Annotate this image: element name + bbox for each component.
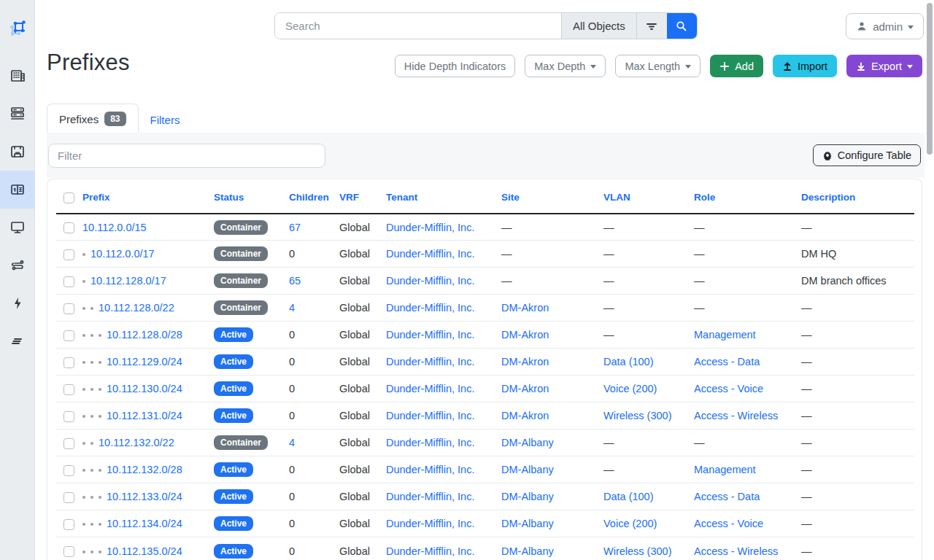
prefix-link[interactable]: 10.112.128.0/17 <box>90 275 166 287</box>
role-link[interactable]: Access - Voice <box>694 518 763 529</box>
children-count[interactable]: 65 <box>289 275 301 287</box>
row-checkbox[interactable] <box>63 546 74 557</box>
prefix-link[interactable]: 10.112.133.0/24 <box>107 491 182 502</box>
prefix-link[interactable]: 10.112.128.0/28 <box>107 329 182 341</box>
role-link[interactable]: Access - Wireless <box>694 410 778 421</box>
column-header-status[interactable]: Status <box>214 192 244 203</box>
tenant-link[interactable]: Dunder-Mifflin, Inc. <box>386 356 474 368</box>
prefix-link[interactable]: 10.112.132.0/28 <box>107 464 182 475</box>
sidebar-item-connections[interactable] <box>0 133 34 171</box>
sidebar-item-virtualization[interactable] <box>0 209 34 246</box>
prefix-link[interactable]: 10.112.135.0/24 <box>107 545 182 557</box>
tenant-link[interactable]: Dunder-Mifflin, Inc. <box>386 248 474 260</box>
tenant-link[interactable]: Dunder-Mifflin, Inc. <box>386 275 474 287</box>
column-header-vlan[interactable]: VLAN <box>603 192 630 203</box>
site-link[interactable]: DM-Albany <box>501 464 554 475</box>
select-all-checkbox[interactable] <box>63 192 74 203</box>
max-length-dropdown[interactable]: Max Length <box>615 55 700 77</box>
vertical-scrollbar-thumb[interactable] <box>927 3 933 155</box>
tenant-link[interactable]: Dunder-Mifflin, Inc. <box>386 437 474 448</box>
row-checkbox[interactable] <box>63 303 74 314</box>
vlan-link[interactable]: Data (100) <box>603 491 654 502</box>
tenant-link[interactable]: Dunder-Mifflin, Inc. <box>386 518 474 529</box>
netbox-logo[interactable] <box>0 0 34 57</box>
role-link[interactable]: Access - Voice <box>694 383 763 394</box>
vlan-link[interactable]: Voice (200) <box>603 383 657 394</box>
vlan-link[interactable]: Data (100) <box>603 356 654 368</box>
prefix-link[interactable]: 10.112.132.0/22 <box>99 437 174 448</box>
site-link[interactable]: DM-Albany <box>501 518 554 529</box>
tab-prefixes[interactable]: Prefixes 83 <box>47 104 139 135</box>
role-link[interactable]: Access - Wireless <box>694 545 778 557</box>
children-count[interactable]: 4 <box>289 437 295 448</box>
site-link[interactable]: DM-Akron <box>501 329 549 341</box>
sidebar-item-ipam[interactable] <box>0 171 34 209</box>
search-input[interactable] <box>275 13 561 39</box>
site-link[interactable]: DM-Akron <box>501 356 549 368</box>
tenant-link[interactable]: Dunder-Mifflin, Inc. <box>386 464 474 475</box>
site-link[interactable]: DM-Albany <box>501 545 554 557</box>
prefix-link[interactable]: 10.112.0.0/15 <box>82 222 147 233</box>
column-header-role[interactable]: Role <box>694 192 715 203</box>
column-header-description[interactable]: Description <box>801 192 855 203</box>
quick-filter-input[interactable] <box>48 144 325 168</box>
prefix-link[interactable]: 10.112.129.0/24 <box>107 356 182 368</box>
column-header-children[interactable]: Children <box>289 192 329 203</box>
children-count[interactable]: 4 <box>289 302 295 314</box>
sidebar-item-organization[interactable] <box>0 57 34 95</box>
row-checkbox[interactable] <box>63 411 74 422</box>
vlan-link[interactable]: Voice (200) <box>603 518 657 529</box>
hide-depth-indicators-button[interactable]: Hide Depth Indicators <box>395 55 515 77</box>
column-header-tenant[interactable]: Tenant <box>386 192 417 203</box>
role-link[interactable]: Management <box>694 464 756 475</box>
tab-filters[interactable]: Filters <box>139 106 192 135</box>
column-header-site[interactable]: Site <box>501 192 520 203</box>
vlan-link[interactable]: Wireless (300) <box>603 410 671 421</box>
tenant-link[interactable]: Dunder-Mifflin, Inc. <box>386 222 474 233</box>
tenant-link[interactable]: Dunder-Mifflin, Inc. <box>386 491 474 502</box>
site-link[interactable]: DM-Akron <box>501 383 549 394</box>
column-header-prefix[interactable]: Prefix <box>82 192 110 203</box>
row-checkbox[interactable] <box>63 438 74 449</box>
user-menu-button[interactable]: admin <box>846 13 924 39</box>
row-checkbox[interactable] <box>63 492 74 503</box>
role-link[interactable]: Access - Data <box>694 491 760 502</box>
prefix-link[interactable]: 10.112.130.0/24 <box>107 383 182 394</box>
export-dropdown[interactable]: Export <box>846 55 922 77</box>
vlan-link[interactable]: Wireless (300) <box>603 545 671 557</box>
sidebar-item-circuits[interactable] <box>0 246 34 284</box>
row-checkbox[interactable] <box>63 465 74 476</box>
site-link[interactable]: DM-Albany <box>501 491 554 502</box>
row-checkbox[interactable] <box>63 384 74 395</box>
tenant-link[interactable]: Dunder-Mifflin, Inc. <box>386 410 474 421</box>
prefix-link[interactable]: 10.112.128.0/22 <box>99 302 174 314</box>
sidebar-item-power[interactable] <box>0 284 34 322</box>
column-header-vrf[interactable]: VRF <box>339 192 359 203</box>
role-link[interactable]: Management <box>694 329 756 341</box>
configure-table-button[interactable]: Configure Table <box>813 144 921 166</box>
sidebar-item-devices[interactable] <box>0 95 34 133</box>
row-checkbox[interactable] <box>63 249 74 260</box>
site-link[interactable]: DM-Akron <box>501 302 549 314</box>
row-checkbox[interactable] <box>63 519 74 530</box>
tenant-link[interactable]: Dunder-Mifflin, Inc. <box>386 302 474 314</box>
max-depth-dropdown[interactable]: Max Depth <box>525 55 606 77</box>
tenant-link[interactable]: Dunder-Mifflin, Inc. <box>386 383 474 394</box>
tenant-link[interactable]: Dunder-Mifflin, Inc. <box>386 545 474 557</box>
row-checkbox[interactable] <box>63 357 74 368</box>
add-button[interactable]: Add <box>710 55 763 77</box>
import-button[interactable]: Import <box>773 55 837 77</box>
tenant-link[interactable]: Dunder-Mifflin, Inc. <box>386 329 474 341</box>
row-checkbox[interactable] <box>63 330 74 341</box>
prefix-link[interactable]: 10.112.134.0/24 <box>107 518 182 529</box>
site-link[interactable]: DM-Akron <box>501 410 549 421</box>
search-submit-button[interactable] <box>667 13 697 39</box>
search-scope-button[interactable]: All Objects <box>561 13 636 39</box>
row-checkbox[interactable] <box>63 276 74 287</box>
prefix-link[interactable]: 10.112.0.0/17 <box>90 248 155 260</box>
role-link[interactable]: Access - Data <box>694 356 760 368</box>
sidebar-item-provisioning[interactable] <box>0 322 34 360</box>
prefix-link[interactable]: 10.112.131.0/24 <box>107 410 182 421</box>
row-checkbox[interactable] <box>63 222 74 233</box>
search-filter-button[interactable] <box>636 13 667 39</box>
